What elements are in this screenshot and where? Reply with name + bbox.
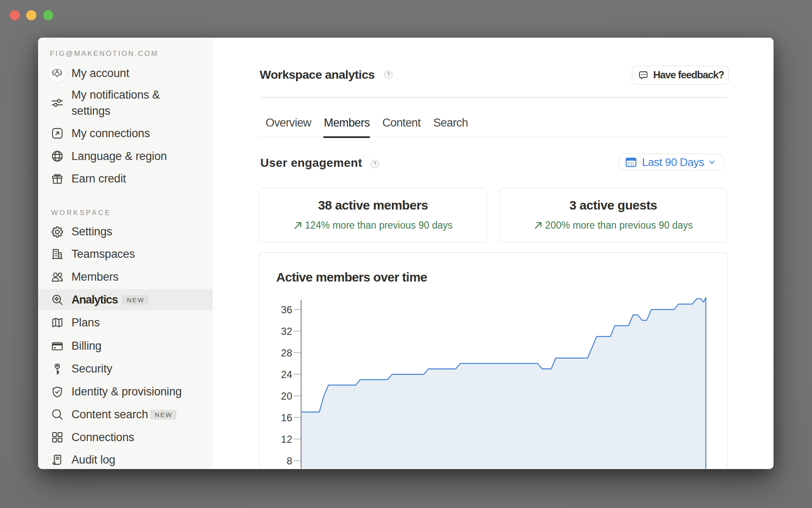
svg-text:8: 8 — [287, 455, 292, 467]
svg-text:24: 24 — [281, 369, 292, 380]
svg-text:16: 16 — [281, 412, 292, 423]
svg-text:20: 20 — [281, 390, 292, 402]
svg-text:28: 28 — [281, 347, 292, 359]
svg-text:36: 36 — [281, 304, 292, 315]
svg-text:32: 32 — [281, 326, 292, 337]
svg-text:12: 12 — [281, 433, 292, 445]
